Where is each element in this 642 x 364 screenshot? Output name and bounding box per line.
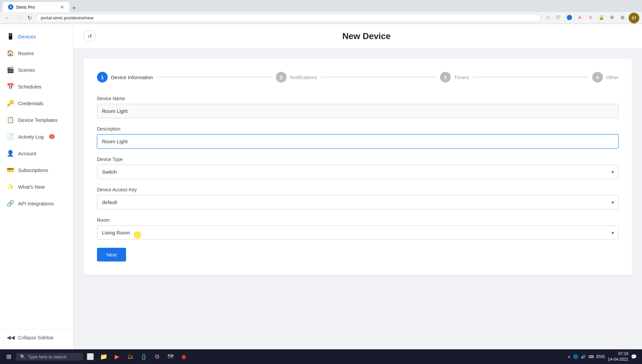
sidebar-item-label-scenes: Scenes xyxy=(18,67,35,73)
device-access-key-wrapper: default xyxy=(97,195,619,209)
taskbar-app-files[interactable]: 🗂 xyxy=(124,351,136,363)
step-1-label: Device Information xyxy=(111,74,153,80)
room-select[interactable]: Living Room Bedroom Kitchen Bathroom xyxy=(97,225,619,240)
sidebar-item-label-device-templates: Device Templates xyxy=(18,117,58,123)
extension-7-icon[interactable]: ⊞ xyxy=(618,13,627,22)
step-2: 2 Notifications xyxy=(276,72,317,82)
device-access-key-label: Device Access Key xyxy=(97,187,619,192)
sidebar-item-activity-log[interactable]: 📄 Activity Log 9 xyxy=(0,128,73,145)
device-type-group: Device Type Switch Light Fan Thermostat … xyxy=(97,157,619,179)
schedules-icon: 📅 xyxy=(7,83,14,90)
page-header: ↺ New Device xyxy=(74,24,642,48)
sidebar-item-api-integrations[interactable]: 🔗 API Integrations xyxy=(0,195,73,212)
sidebar-item-rooms[interactable]: 🏠 Rooms xyxy=(0,45,73,61)
extension-2-icon[interactable]: 🔵 xyxy=(564,13,574,22)
room-label: Room xyxy=(97,217,619,223)
new-tab-button[interactable]: + xyxy=(70,4,79,12)
taskbar-search-label: Type here to search xyxy=(28,354,67,359)
address-bar[interactable] xyxy=(36,14,541,22)
main-content: ↺ New Device 1 Device Information 2 Not xyxy=(74,24,642,349)
next-button[interactable]: Next xyxy=(97,248,126,261)
back-nav-button[interactable]: ← xyxy=(3,14,12,22)
sidebar-item-account[interactable]: 👤 Account xyxy=(0,145,73,162)
taskbar-app-media[interactable]: ▶ xyxy=(111,351,123,363)
taskbar-app-map[interactable]: 🗺 xyxy=(165,351,177,363)
step-connector-1 xyxy=(157,77,272,77)
sidebar-item-device-templates[interactable]: 📋 Device Templates xyxy=(0,112,73,128)
sidebar-item-label-api-integrations: API Integrations xyxy=(18,201,54,206)
device-type-select[interactable]: Switch Light Fan Thermostat Lock Sensor xyxy=(97,165,619,179)
taskbar-clock: 07:19 14-04-2021 xyxy=(608,351,628,362)
sidebar-item-label-whats-new: What's New xyxy=(18,184,45,190)
credentials-icon: 🔑 xyxy=(7,100,14,107)
extension-6-icon[interactable]: ⚙ xyxy=(607,13,617,22)
step-2-label: Notifications xyxy=(290,74,317,80)
sidebar-item-subscriptions[interactable]: 💳 Subscriptions xyxy=(0,162,73,178)
search-icon: 🔍 xyxy=(20,354,25,359)
sidebar-item-whats-new[interactable]: ✨ What's New xyxy=(0,178,73,195)
tab-close-icon[interactable]: ✕ xyxy=(60,4,64,10)
room-group: Room Living Room Bedroom Kitchen Bathroo… xyxy=(97,217,619,240)
taskbar-app-terminal[interactable]: {} xyxy=(138,351,150,363)
collapse-icon: ◀◀ xyxy=(7,334,15,341)
device-name-input[interactable] xyxy=(97,104,619,118)
sidebar-item-label-credentials: Credentials xyxy=(18,101,43,106)
device-access-key-group: Device Access Key default xyxy=(97,187,619,209)
tray-keyboard-icon: ⌨ xyxy=(588,355,594,359)
tab-title: Sinric Pro xyxy=(16,5,35,10)
sidebar: 📱 Devices 🏠 Rooms 🎬 Scenes 📅 Schedules 🔑… xyxy=(0,24,74,349)
taskbar-search-box[interactable]: 🔍 Type here to search xyxy=(16,353,83,361)
step-1: 1 Device Information xyxy=(97,72,153,82)
forward-nav-button[interactable]: → xyxy=(14,14,23,22)
taskbar-app-unknown1[interactable]: ⚙ xyxy=(151,351,163,363)
sidebar-item-label-subscriptions: Subscriptions xyxy=(18,167,48,173)
device-access-key-select[interactable]: default xyxy=(97,195,619,209)
extension-3-icon[interactable]: A xyxy=(575,13,584,22)
active-tab[interactable]: S Sinric Pro ✕ xyxy=(3,2,70,12)
tray-chevron[interactable]: ∧ xyxy=(568,355,570,359)
scenes-icon: 🎬 xyxy=(7,66,14,73)
taskbar-tray: ∧ 🌐 🔊 ⌨ ENG 07:19 14-04-2021 💬 xyxy=(565,351,639,362)
step-connector-2 xyxy=(321,77,436,77)
devices-icon: 📱 xyxy=(7,33,14,40)
taskbar: ⊞ 🔍 Type here to search ⬜ 📁 ▶ 🗂 {} ⚙ 🗺 ◉… xyxy=(0,349,642,364)
tray-notification-icon[interactable]: 💬 xyxy=(631,354,637,359)
tray-network-icon: 🌐 xyxy=(573,354,578,359)
bookmark-icon[interactable]: ☆ xyxy=(543,13,552,22)
sidebar-item-label-schedules: Schedules xyxy=(18,84,41,89)
sidebar-item-label-activity-log: Activity Log xyxy=(18,134,44,140)
tray-language: ENG xyxy=(597,354,605,359)
collapse-sidebar-button[interactable]: ◀◀ Collapse Sidebar xyxy=(0,329,73,345)
task-view-button[interactable]: ⬜ xyxy=(84,351,96,363)
extension-1-icon[interactable]: 🛡 xyxy=(554,13,563,22)
collapse-label: Collapse Sidebar xyxy=(18,335,54,340)
account-icon: 👤 xyxy=(7,150,14,157)
device-name-label: Device Name xyxy=(97,96,619,101)
sidebar-item-scenes[interactable]: 🎬 Scenes xyxy=(0,61,73,78)
sidebar-item-schedules[interactable]: 📅 Schedules xyxy=(0,78,73,95)
tray-sound-icon: 🔊 xyxy=(581,354,586,359)
sidebar-item-devices[interactable]: 📱 Devices xyxy=(0,28,73,45)
profile-avatar[interactable]: ST xyxy=(629,13,639,23)
taskbar-app-explorer[interactable]: 📁 xyxy=(98,351,110,363)
device-templates-icon: 📋 xyxy=(7,116,14,124)
room-select-wrapper: Living Room Bedroom Kitchen Bathroom xyxy=(97,225,619,240)
step-3-label: Timers xyxy=(454,74,469,80)
sidebar-item-label-rooms: Rooms xyxy=(18,50,34,56)
rooms-icon: 🏠 xyxy=(7,49,14,57)
sidebar-item-label-account: Account xyxy=(18,151,36,156)
api-integrations-icon: 🔗 xyxy=(7,200,14,207)
taskbar-app-chrome[interactable]: ◉ xyxy=(178,351,190,363)
start-button[interactable]: ⊞ xyxy=(3,351,15,363)
sidebar-item-label-devices: Devices xyxy=(18,34,36,39)
back-button[interactable]: ↺ xyxy=(84,30,96,42)
sidebar-item-credentials[interactable]: 🔑 Credentials xyxy=(0,95,73,112)
description-input[interactable] xyxy=(97,134,619,149)
extension-4-icon[interactable]: V xyxy=(586,13,595,22)
reload-button[interactable]: ↻ xyxy=(25,13,34,22)
description-label: Description xyxy=(97,126,619,132)
extension-5-icon[interactable]: 🔒 xyxy=(597,13,606,22)
form-card: 1 Device Information 2 Notifications 3 xyxy=(84,58,632,275)
description-group: Description xyxy=(97,126,619,149)
activity-log-icon: 📄 xyxy=(7,133,14,140)
